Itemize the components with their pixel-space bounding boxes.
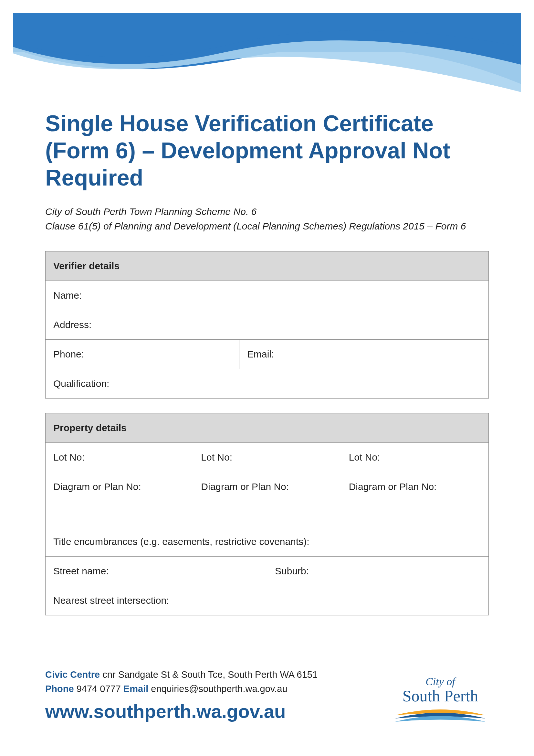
subtitle-line-1: City of South Perth Town Planning Scheme… — [45, 204, 489, 219]
verifier-header: Verifier details — [45, 252, 489, 281]
subtitle-block: City of South Perth Town Planning Scheme… — [45, 204, 489, 233]
verifier-qualification-field[interactable] — [126, 369, 489, 398]
property-diagram-3-label: Diagram or Plan No: — [341, 472, 489, 527]
verifier-details-table: Verifier details Name: Address: Phone: E… — [45, 251, 489, 398]
verifier-name-field[interactable] — [126, 281, 489, 310]
verifier-address-label: Address: — [45, 310, 126, 340]
header-wave-graphic — [0, 0, 534, 94]
property-lot-3-label: Lot No: — [341, 443, 489, 472]
page-footer: Civic Centre cnr Sandgate St & South Tce… — [45, 668, 489, 725]
verifier-address-field[interactable] — [126, 310, 489, 340]
logo-south-perth: South Perth — [392, 688, 489, 705]
property-street-name-label: Street name: — [45, 556, 267, 586]
footer-phone-value: 9474 0777 — [74, 684, 123, 694]
page-title: Single House Verification Certificate (F… — [45, 110, 489, 191]
footer-email-value: enquiries@southperth.wa.gov.au — [148, 684, 287, 694]
footer-email-label: Email — [123, 684, 148, 694]
footer-website: www.southperth.wa.gov.au — [45, 697, 318, 725]
footer-contact-block: Civic Centre cnr Sandgate St & South Tce… — [45, 668, 318, 725]
footer-civic-label: Civic Centre — [45, 669, 100, 680]
footer-logo: City of South Perth — [392, 676, 489, 725]
footer-phone-label: Phone — [45, 684, 74, 694]
subtitle-line-2: Clause 61(5) of Planning and Development… — [45, 219, 489, 233]
verifier-email-field[interactable] — [304, 340, 489, 369]
property-details-table: Property details Lot No: Lot No: Lot No:… — [45, 413, 489, 615]
verifier-phone-field[interactable] — [126, 340, 240, 369]
property-intersection-label: Nearest street intersection: — [45, 586, 489, 615]
verifier-qualification-label: Qualification: — [45, 369, 126, 398]
property-lot-1-label: Lot No: — [45, 443, 193, 472]
property-encumbrances-label: Title encumbrances (e.g. easements, rest… — [45, 527, 489, 556]
verifier-email-label: Email: — [240, 340, 304, 369]
footer-civic-value: cnr Sandgate St & South Tce, South Perth… — [100, 669, 318, 680]
property-header: Property details — [45, 413, 489, 443]
property-lot-2-label: Lot No: — [193, 443, 341, 472]
verifier-name-label: Name: — [45, 281, 126, 310]
verifier-phone-label: Phone: — [45, 340, 126, 369]
property-diagram-1-label: Diagram or Plan No: — [45, 472, 193, 527]
property-suburb-label: Suburb: — [267, 556, 489, 586]
property-diagram-2-label: Diagram or Plan No: — [193, 472, 341, 527]
logo-city-of: City of — [392, 676, 489, 688]
logo-swoosh-icon — [392, 706, 489, 724]
